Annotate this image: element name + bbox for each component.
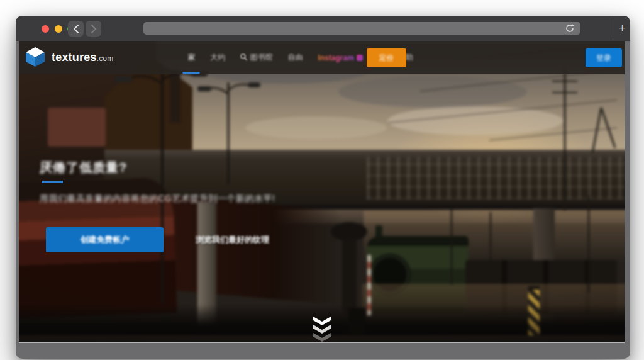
forward-button[interactable] xyxy=(86,21,101,37)
nav-item-home[interactable]: 家 xyxy=(187,41,195,74)
logo-cube-icon xyxy=(24,45,47,70)
instagram-icon xyxy=(357,55,363,61)
hero-background-image xyxy=(19,41,625,342)
site-logo[interactable]: textures.com xyxy=(24,45,113,70)
new-tab-button[interactable]: + xyxy=(614,20,630,37)
window-frame-highlight xyxy=(19,342,625,343)
url-bar[interactable] xyxy=(143,22,580,35)
login-button[interactable]: 登录 xyxy=(586,48,622,67)
titlebar-divider xyxy=(613,20,613,37)
site-header: textures.com 家 大约 图书馆 自由 xyxy=(19,41,625,74)
refresh-icon[interactable] xyxy=(565,23,575,33)
create-account-button[interactable]: 创建免费帐户 xyxy=(46,227,164,252)
pricing-button[interactable]: 定价 xyxy=(367,48,406,67)
nav-item-library[interactable]: 图书馆 xyxy=(240,41,272,74)
browser-window: + xyxy=(16,16,630,359)
scroll-down-icon[interactable] xyxy=(311,315,333,342)
chevron-left-icon xyxy=(73,25,79,33)
hero-heading: 厌倦了低质量? xyxy=(40,159,127,176)
close-window-button[interactable] xyxy=(42,25,49,33)
hero-subtitle: 用我们最高质量的内容将您的CG艺术提升到一个新的水平! xyxy=(40,193,275,205)
nav-item-about[interactable]: 大约 xyxy=(210,41,225,74)
back-button[interactable] xyxy=(68,21,84,37)
chevron-right-icon xyxy=(91,25,97,33)
browse-textures-link[interactable]: 浏览我们最好的纹理 xyxy=(196,234,269,245)
nav-item-instagram[interactable]: Instagram xyxy=(318,41,362,74)
browser-titlebar: + xyxy=(16,16,630,41)
logo-text: textures.com xyxy=(52,51,113,64)
hero-divider xyxy=(42,181,63,183)
minimize-window-button[interactable] xyxy=(55,25,62,33)
webpage-viewport: textures.com 家 大约 图书馆 自由 xyxy=(19,41,625,342)
nav-item-free[interactable]: 自由 xyxy=(287,41,303,74)
search-icon xyxy=(240,53,247,62)
active-nav-underline xyxy=(183,72,200,74)
